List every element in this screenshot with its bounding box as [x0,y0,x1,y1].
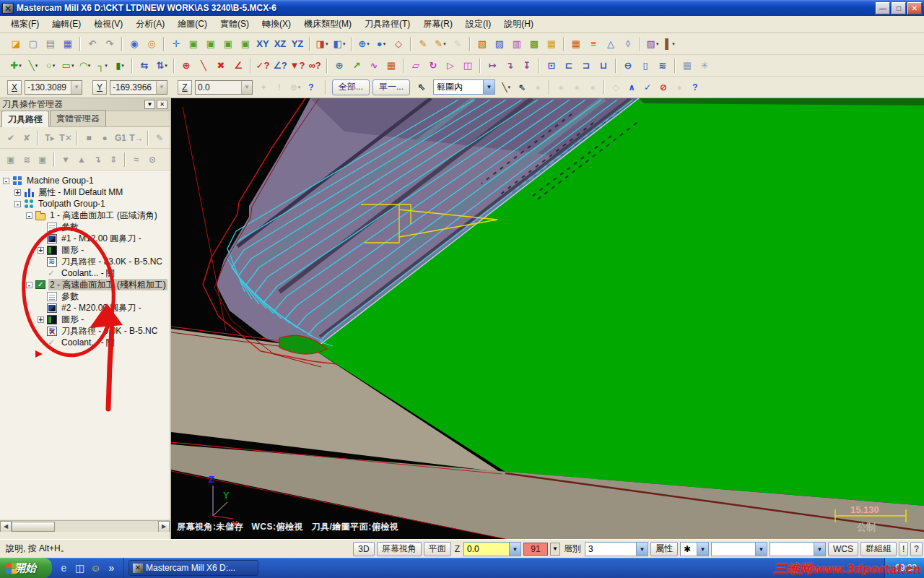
point-style-select[interactable]: ✱ ▼ [680,542,709,556]
wireframe-box-button[interactable]: ◇ [390,35,407,53]
analyze-surface-button[interactable]: ∠? [271,57,289,74]
title-bar[interactable]: ✕ Mastercam Mill X6 D:\CKT LTD\NEW WORK\… [0,0,924,16]
messenger-smiley-icon[interactable]: ☺ [90,562,102,574]
scroll-insert-button[interactable]: ⇕ [105,152,121,168]
xform-translate-button[interactable]: ⇅▾ [153,57,170,74]
g1-backplot-button[interactable]: G1 [113,130,128,146]
scroll-right-button[interactable]: ▶ [158,521,170,532]
plane-button[interactable]: 平面 [424,542,451,556]
lock-toolpath-button[interactable]: ▣ [35,152,51,168]
tree-item[interactable]: -2 - 高速曲面加工 (殘料粗加工) [0,279,170,290]
select-window-button[interactable]: ● [553,79,569,95]
panel-close-button[interactable]: ✕ [157,100,167,109]
machine-pocket-button[interactable]: ⊡ [543,57,560,74]
curve-flowline-button[interactable]: ∿ [365,57,383,74]
post-selected-button[interactable]: T→ [128,130,144,146]
origin-point-button[interactable]: ⊕▾ [287,79,303,95]
blank-entity-button[interactable]: ◊ [619,35,637,53]
delete-entity-button[interactable]: ✎ [414,35,432,53]
menu-item[interactable]: 繪圖(C) [171,16,214,33]
select-last-button[interactable]: ● [530,79,546,95]
undo-button[interactable]: ↶ [84,35,101,53]
screen-config-4-button[interactable]: ▩ [526,35,543,53]
xform-scale-button[interactable]: ▷ [442,57,459,74]
hide-toolpath-button[interactable]: ≈ [128,152,144,168]
menu-item[interactable]: 轉換(X) [256,16,297,33]
level-manager-button[interactable]: ≡ [585,35,602,53]
zoom-window-button[interactable]: ◉ [126,35,143,53]
create-fillet-button[interactable]: ◠▾ [77,57,94,74]
screen-config-2-button[interactable]: ▨ [491,35,508,53]
x-dropdown-icon[interactable]: ▼ [71,81,82,94]
collapse-box-icon[interactable]: - [26,282,32,288]
fit-screen-button[interactable]: ✛ [167,35,185,53]
y-coord-field[interactable]: -169.3966 ▼ [110,80,167,95]
y-coord-button[interactable]: Y [92,80,107,95]
ie-browser-icon[interactable]: e [58,562,70,574]
menu-item[interactable]: 機床類型(M) [297,16,358,33]
expand-box-icon[interactable]: + [14,189,21,196]
line-width-select[interactable]: ▼ [770,542,826,556]
select-polygon-button[interactable]: ● [569,79,585,95]
start-button[interactable]: 開始 [0,558,52,578]
z-coord-field[interactable]: 0.0 ▼ [195,80,253,95]
select-single-button[interactable]: ● [585,79,601,95]
xform-offset-button[interactable]: ▱ [407,57,424,74]
chain-line-button[interactable]: ╲▾ [498,79,514,95]
tree-item[interactable]: +圖形 - [0,314,170,325]
tree-item[interactable]: #2 - M20.00 圓鼻刀 - [0,302,170,314]
viewport-3d[interactable]: 15.130 公制 Z Y X 屏幕視角:未儲存 WCS:俯檢視 刀具/繪圖平面… [171,98,924,539]
menu-item[interactable]: 檢視(V) [87,16,129,33]
analyze-pattern-button[interactable]: ▨▾ [644,35,661,53]
scrollbar-thumb[interactable] [12,522,55,532]
restore-button[interactable]: □ [892,2,906,14]
z-depth-dropdown-icon[interactable]: ▼ [509,543,520,556]
plane-yz-button[interactable]: YZ [289,35,306,53]
wcs-globe-button[interactable]: ⊕▾ [355,35,372,53]
select-cursor-button[interactable]: ⇖ [514,79,530,95]
gview-top-button[interactable]: ▣ [185,35,202,53]
tree-item[interactable]: -Machine Group-1 [0,175,170,186]
select-associated-button[interactable]: ⊙ [144,152,160,168]
z-depth-field[interactable]: 0.0 ▼ [463,542,521,556]
menu-item[interactable]: 設定(I) [459,16,497,33]
hide-entity-button[interactable]: △ [602,35,619,53]
line-width-dropdown-icon[interactable]: ▼ [814,543,825,556]
open-file-button[interactable]: ◪ [7,35,25,53]
create-chamfer-button[interactable]: ┐▾ [94,57,111,74]
z-coord-button[interactable]: Z [178,80,192,95]
xform-mirror-2-button[interactable]: ◫ [459,57,476,74]
menu-item[interactable]: 說明(H) [497,16,540,33]
toolpath-display-button[interactable]: ≋ [19,152,35,168]
selection-range-select[interactable]: 範圍內 ▼ [433,79,495,95]
view-capsule-button[interactable]: ▯ [637,57,654,74]
analyze-dynamic-button[interactable]: ✖ [212,57,230,74]
collapse-box-icon[interactable]: - [14,201,21,207]
tree-item[interactable]: -1 - 高速曲面加工 (區域清角) [0,210,170,221]
menu-item[interactable]: 編輯(E) [45,16,87,33]
collapse-box-icon[interactable]: - [26,212,32,219]
create-rectangle-button[interactable]: ▭▾ [59,57,77,74]
autocursor-help-button[interactable]: ? [303,79,319,95]
expand-box-icon[interactable]: + [38,316,44,323]
undelete-button[interactable]: ✎ [449,35,466,53]
move-insert-button[interactable]: ↴ [90,152,105,168]
analyze-chain-button[interactable]: ∞? [306,57,323,74]
select-clear-button[interactable]: ⊘ [655,79,671,95]
select-validate-button[interactable]: ✓ [640,79,655,95]
groups-button[interactable]: 群組組 [860,542,897,556]
menu-item[interactable]: 分析(A) [129,16,171,33]
xform-mirror-button[interactable]: ⇆ [136,57,153,74]
range-dropdown-icon[interactable]: ▼ [483,80,494,94]
screen-config-3-button[interactable]: ▥ [508,35,526,53]
select-all-ops-button[interactable]: ✔ [3,130,19,146]
taskbar-task-button[interactable]: ✕ Mastercam Mill X6 D:... [128,560,258,576]
xform-roll-button[interactable]: ↴ [501,57,518,74]
menu-item[interactable]: 屏幕(R) [417,16,459,33]
shading-button[interactable]: ●▾ [372,35,390,53]
create-arc-button[interactable]: ○▾ [42,57,59,74]
screen-config-5-button[interactable]: ▦ [543,35,560,53]
color-dropdown-button[interactable]: ▼ [550,543,560,556]
analyze-volume-button[interactable]: ▼? [289,57,306,74]
tab-solids-manager[interactable]: 實體管理器 [50,110,106,126]
